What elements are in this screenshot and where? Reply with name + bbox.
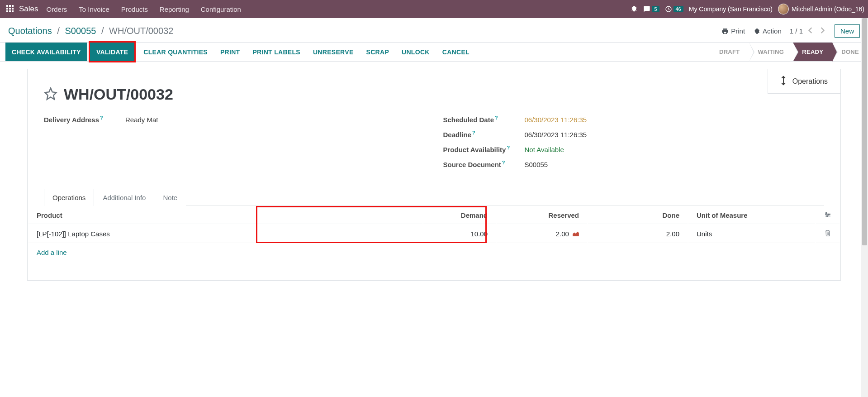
clear-quantities-button[interactable]: CLEAR QUANTITIES xyxy=(137,43,214,61)
username: Mitchell Admin (Odoo_16) xyxy=(792,5,864,13)
breadcrumb-quotations[interactable]: Quotations xyxy=(8,26,52,36)
help-icon[interactable]: ? xyxy=(502,160,505,165)
pager-next[interactable] xyxy=(818,25,826,37)
print-button[interactable]: PRINT xyxy=(214,43,247,61)
cancel-button[interactable]: CANCEL xyxy=(436,43,476,61)
svg-point-3 xyxy=(826,215,828,217)
activities-icon[interactable]: 46 xyxy=(665,5,683,13)
col-product[interactable]: Product xyxy=(28,207,422,224)
scheduled-date-label: Scheduled Date? xyxy=(443,115,525,124)
table-row[interactable]: [LP[-102]] Laptop Cases 10.00 2.00 2.00 … xyxy=(28,225,840,243)
tab-additional-info[interactable]: Additional Info xyxy=(94,189,154,206)
menu-products[interactable]: Products xyxy=(121,5,148,13)
up-down-icon xyxy=(781,76,786,87)
col-done[interactable]: Done xyxy=(588,207,688,224)
col-options[interactable] xyxy=(816,207,840,224)
pager-prev[interactable] xyxy=(806,25,815,37)
source-document-label: Source Document? xyxy=(443,160,525,168)
user-menu[interactable]: Mitchell Admin (Odoo_16) xyxy=(778,4,864,14)
tab-note[interactable]: Note xyxy=(154,189,186,206)
scheduled-date-value[interactable]: 06/30/2023 11:26:35 xyxy=(525,116,587,124)
control-panel: Quotations / S00055 / WH/OUT/00032 Print… xyxy=(0,18,868,43)
deadline-value: 06/30/2023 11:26:35 xyxy=(525,131,587,139)
svg-point-2 xyxy=(828,214,830,215)
availability-value: Not Available xyxy=(525,146,564,153)
deadline-label: Deadline? xyxy=(443,130,525,139)
help-icon[interactable]: ? xyxy=(495,115,498,120)
operations-stat-button[interactable]: Operations xyxy=(768,69,841,94)
company-selector[interactable]: My Company (San Francisco) xyxy=(689,5,773,13)
breadcrumb: Quotations / S00055 / WH/OUT/00032 xyxy=(8,26,173,36)
tab-operations[interactable]: Operations xyxy=(44,189,94,206)
menu-reporting[interactable]: Reporting xyxy=(160,5,189,13)
scrollbar-thumb[interactable] xyxy=(862,18,867,245)
record-title: WH/OUT/00032 xyxy=(64,86,173,103)
bug-icon[interactable] xyxy=(631,5,638,13)
cell-demand[interactable]: 10.00 xyxy=(423,225,496,243)
delivery-address-value[interactable]: Ready Mat xyxy=(125,116,158,124)
col-uom[interactable]: Unit of Measure xyxy=(688,207,815,224)
breadcrumb-current: WH/OUT/00032 xyxy=(109,26,173,36)
cell-reserved[interactable]: 2.00 xyxy=(497,225,587,243)
help-icon[interactable]: ? xyxy=(472,130,475,135)
forecast-icon[interactable] xyxy=(573,230,579,238)
pager: 1 / 1 xyxy=(790,25,826,37)
avatar xyxy=(778,4,789,14)
menu-orders[interactable]: Orders xyxy=(47,5,67,13)
app-name[interactable]: Sales xyxy=(19,5,38,14)
cell-uom[interactable]: Units xyxy=(688,225,815,243)
apps-icon[interactable] xyxy=(6,5,14,13)
help-icon[interactable]: ? xyxy=(100,115,103,120)
operations-table: Product Demand Reserved Done Unit of Mea… xyxy=(28,206,840,280)
delivery-address-label: Delivery Address? xyxy=(44,115,125,124)
cell-done[interactable]: 2.00 xyxy=(588,225,688,243)
status-bar: DRAFT WAITING READY DONE xyxy=(710,43,868,61)
col-demand[interactable]: Demand xyxy=(423,207,496,224)
add-line-button[interactable]: Add a line xyxy=(28,244,75,261)
pager-text[interactable]: 1 / 1 xyxy=(790,27,803,35)
top-menu: Orders To Invoice Products Reporting Con… xyxy=(47,5,251,13)
action-menu[interactable]: Action xyxy=(753,27,782,35)
operations-stat-label: Operations xyxy=(792,77,828,86)
col-reserved[interactable]: Reserved xyxy=(497,207,587,224)
new-button[interactable]: New xyxy=(835,24,860,38)
messages-icon[interactable]: 5 xyxy=(643,5,659,13)
status-ready[interactable]: READY xyxy=(793,43,832,61)
activities-badge: 46 xyxy=(674,6,683,12)
menu-to-invoice[interactable]: To Invoice xyxy=(79,5,109,13)
availability-label: Product Availability? xyxy=(443,145,525,153)
cell-product[interactable]: [LP[-102]] Laptop Cases xyxy=(28,225,422,243)
action-bar: CHECK AVAILABILITY VALIDATE CLEAR QUANTI… xyxy=(0,43,868,62)
validate-button[interactable]: VALIDATE xyxy=(90,43,134,61)
notebook-tabs: Operations Additional Info Note xyxy=(44,188,824,206)
svg-point-1 xyxy=(825,212,827,214)
breadcrumb-order[interactable]: S00055 xyxy=(65,26,96,36)
print-labels-button[interactable]: PRINT LABELS xyxy=(246,43,307,61)
form-sheet: Operations WH/OUT/00032 Delivery Address… xyxy=(27,69,841,281)
messages-badge: 5 xyxy=(652,6,659,12)
scrollbar[interactable] xyxy=(861,18,868,288)
unreserve-button[interactable]: UNRESERVE xyxy=(307,43,360,61)
trash-icon[interactable] xyxy=(825,230,831,238)
source-document-value[interactable]: S00055 xyxy=(525,161,548,168)
status-waiting[interactable]: WAITING xyxy=(749,43,793,61)
status-draft[interactable]: DRAFT xyxy=(710,43,749,61)
unlock-button[interactable]: UNLOCK xyxy=(395,43,436,61)
scrap-button[interactable]: SCRAP xyxy=(360,43,396,61)
check-availability-button[interactable]: CHECK AVAILABILITY xyxy=(5,43,87,61)
print-menu[interactable]: Print xyxy=(721,27,745,35)
topbar: Sales Orders To Invoice Products Reporti… xyxy=(0,0,868,18)
menu-configuration[interactable]: Configuration xyxy=(201,5,241,13)
help-icon[interactable]: ? xyxy=(507,145,510,150)
star-icon[interactable] xyxy=(44,87,57,102)
